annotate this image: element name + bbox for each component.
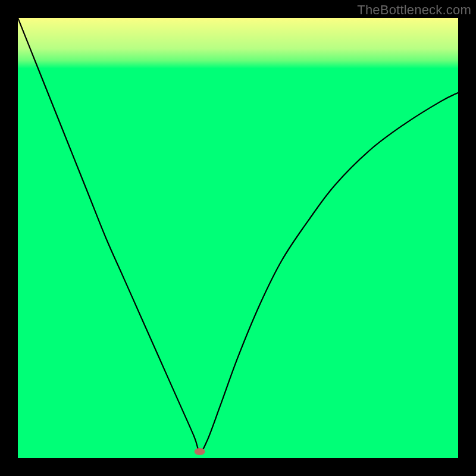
gradient-bg xyxy=(18,18,458,458)
chart-frame: TheBottleneck.com xyxy=(0,0,476,476)
chart-svg xyxy=(18,18,458,458)
plot-area xyxy=(18,18,458,458)
watermark-text: TheBottleneck.com xyxy=(357,2,471,18)
minimum-marker xyxy=(195,448,205,455)
